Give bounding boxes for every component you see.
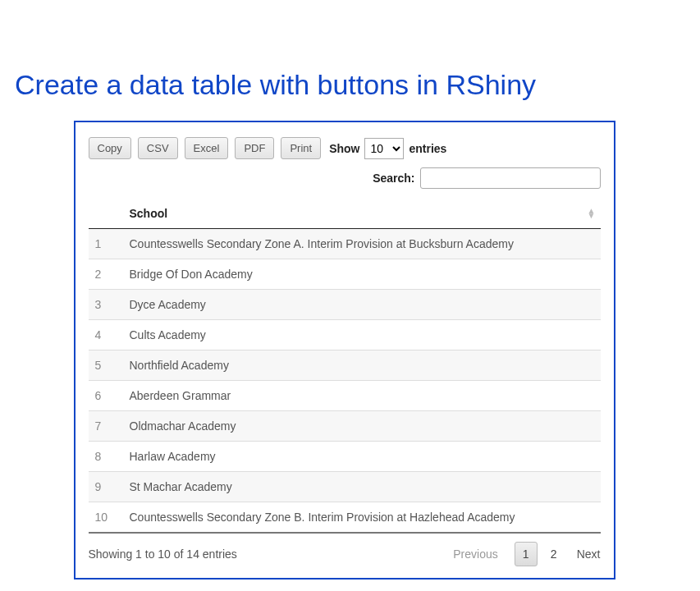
pagination: Previous 12 Next (453, 542, 600, 566)
row-school: Harlaw Academy (123, 442, 601, 472)
copy-button[interactable]: Copy (89, 137, 131, 159)
pdf-button[interactable]: PDF (235, 137, 274, 159)
pagination-page-1[interactable]: 1 (515, 542, 538, 566)
pagination-next[interactable]: Next (577, 547, 601, 561)
table-row: 10Countesswells Secondary Zone B. Interi… (89, 502, 601, 534)
col-header-school-label: School (130, 207, 168, 220)
datatable-toolbar: Copy CSV Excel PDF Print Show 10 entries (89, 137, 601, 159)
csv-button[interactable]: CSV (138, 137, 178, 159)
row-school: Bridge Of Don Academy (123, 259, 601, 290)
table-row: 1Countesswells Secondary Zone A. Interim… (89, 229, 601, 259)
row-index: 4 (89, 320, 123, 350)
row-school: Countesswells Secondary Zone A. Interim … (123, 229, 601, 259)
row-index: 6 (89, 381, 123, 411)
datatable-footer: Showing 1 to 10 of 14 entries Previous 1… (89, 542, 601, 566)
length-prefix: Show (329, 142, 359, 155)
table-row: 5Northfield Academy (89, 350, 601, 381)
length-suffix: entries (409, 142, 446, 155)
col-header-school[interactable]: School ▲▼ (123, 199, 601, 229)
row-index: 7 (89, 411, 123, 442)
table-info: Showing 1 to 10 of 14 entries (89, 547, 454, 561)
table-row: 4Cults Academy (89, 320, 601, 350)
row-index: 10 (89, 502, 123, 534)
row-index: 8 (89, 442, 123, 472)
data-table: School ▲▼ 1Countesswells Secondary Zone … (89, 199, 601, 534)
excel-button[interactable]: Excel (185, 137, 229, 159)
search-input[interactable] (420, 167, 601, 189)
sort-icon: ▲▼ (588, 208, 596, 218)
row-index: 2 (89, 259, 123, 290)
row-index: 1 (89, 229, 123, 259)
search-label: Search: (373, 172, 414, 185)
table-row: 9St Machar Academy (89, 472, 601, 502)
table-row: 3Dyce Academy (89, 290, 601, 320)
row-school: Northfield Academy (123, 350, 601, 381)
length-select[interactable]: 10 (364, 138, 404, 159)
row-index: 3 (89, 290, 123, 320)
row-school: Aberdeen Grammar (123, 381, 601, 411)
col-header-index[interactable] (89, 199, 123, 229)
row-school: Cults Academy (123, 320, 601, 350)
row-index: 5 (89, 350, 123, 381)
row-school: Countesswells Secondary Zone B. Interim … (123, 502, 601, 534)
length-control: Show 10 entries (329, 138, 446, 159)
search-control: Search: (89, 167, 601, 189)
row-school: St Machar Academy (123, 472, 601, 502)
print-button[interactable]: Print (281, 137, 321, 159)
table-row: 7Oldmachar Academy (89, 411, 601, 442)
row-school: Dyce Academy (123, 290, 601, 320)
pagination-page-2[interactable]: 2 (542, 542, 565, 566)
datatable-frame: Copy CSV Excel PDF Print Show 10 entries… (74, 121, 615, 580)
pagination-previous[interactable]: Previous (453, 547, 497, 561)
page-title: Create a data table with buttons in RShi… (15, 69, 674, 101)
row-school: Oldmachar Academy (123, 411, 601, 442)
table-row: 8Harlaw Academy (89, 442, 601, 472)
table-row: 2Bridge Of Don Academy (89, 259, 601, 290)
table-row: 6Aberdeen Grammar (89, 381, 601, 411)
row-index: 9 (89, 472, 123, 502)
